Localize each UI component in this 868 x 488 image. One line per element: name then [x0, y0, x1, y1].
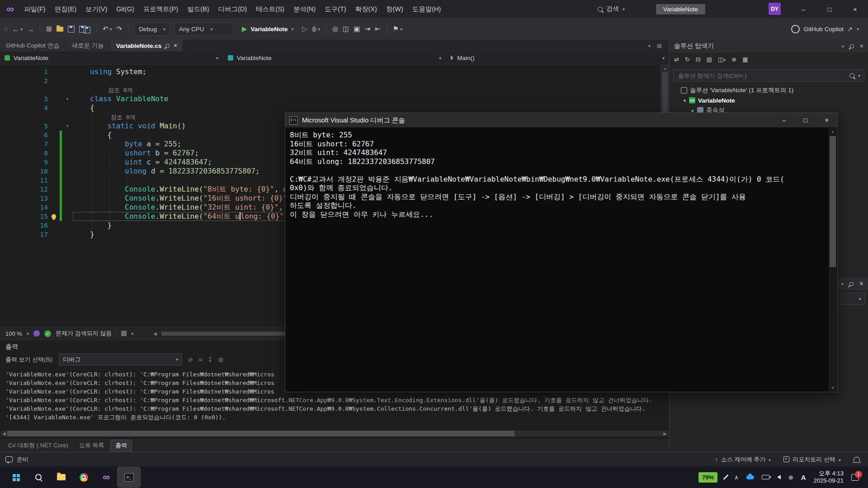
- open-file-icon[interactable]: [57, 27, 63, 32]
- network-icon[interactable]: ⊕: [788, 474, 793, 481]
- properties-icon[interactable]: ⊕: [731, 56, 736, 63]
- console-title-bar[interactable]: C:\ Microsoft Visual Studio 디버그 콘솔 – □ ×: [285, 113, 837, 127]
- code-row[interactable]: 2: [0, 76, 669, 85]
- outdent-icon[interactable]: ⇤: [375, 25, 381, 33]
- menu-item[interactable]: 보기(V): [81, 0, 112, 18]
- new-view-icon[interactable]: ◫▾: [718, 56, 726, 63]
- feedback-icon[interactable]: [5, 456, 13, 462]
- maximize-button[interactable]: □: [816, 0, 842, 18]
- menu-item[interactable]: 분석(N): [289, 0, 320, 18]
- taskbar-search-icon[interactable]: [27, 467, 50, 487]
- ime-indicator[interactable]: A: [801, 474, 806, 481]
- debug-console-window[interactable]: C:\ Microsoft Visual Studio 디버그 콘솔 – □ ×…: [285, 113, 838, 392]
- start-button[interactable]: [5, 467, 27, 487]
- menu-item[interactable]: 확장(X): [351, 0, 382, 18]
- tree-item[interactable]: ▾C#VariableNote: [670, 95, 868, 105]
- user-avatar[interactable]: DY: [769, 3, 781, 15]
- codelens-references[interactable]: 참조 0개: [90, 114, 136, 121]
- notification-center-icon[interactable]: 1: [851, 474, 859, 481]
- console-app-taskbar-icon[interactable]: >_: [118, 467, 140, 487]
- scroll-down-icon[interactable]: ▾: [829, 384, 837, 391]
- clear-all-icon[interactable]: ⊘: [188, 356, 193, 363]
- code-row[interactable]: 1using System;: [0, 67, 669, 76]
- panel-tab[interactable]: 오류 목록: [75, 440, 109, 451]
- code-row[interactable]: 4{: [0, 103, 669, 113]
- scroll-left-icon[interactable]: ◀: [153, 331, 157, 336]
- minimize-button[interactable]: –: [791, 0, 816, 18]
- console-close-button[interactable]: ×: [816, 113, 837, 127]
- document-tab[interactable]: 새로운 기능: [66, 40, 110, 52]
- hot-reload-icon[interactable]: ▾: [312, 26, 320, 32]
- word-wrap-icon[interactable]: ≡: [198, 356, 202, 363]
- chevron-down-icon[interactable]: ▾: [842, 44, 844, 49]
- indent-icon[interactable]: ⇥: [364, 25, 370, 33]
- lightbulb-icon[interactable]: [52, 214, 56, 219]
- toggle-output-icon[interactable]: ⊞: [218, 356, 224, 363]
- document-tab[interactable]: VariableNote.cs×: [110, 40, 184, 52]
- chevron-down-icon[interactable]: ▾: [131, 331, 133, 336]
- console-maximize-button[interactable]: □: [795, 113, 816, 127]
- breadcrumb-member[interactable]: Main() ▾: [446, 52, 669, 64]
- close-button[interactable]: ×: [842, 0, 868, 18]
- close-icon[interactable]: ×: [859, 280, 863, 288]
- refresh-icon[interactable]: ↻: [685, 56, 690, 63]
- onedrive-cloud-icon[interactable]: [746, 475, 754, 479]
- tab-settings-icon[interactable]: ⊞: [657, 42, 662, 49]
- document-list-dropdown-icon[interactable]: ▾: [648, 43, 651, 48]
- file-explorer-icon[interactable]: [50, 467, 72, 487]
- solution-explorer-search-input[interactable]: [677, 72, 846, 80]
- scroll-up-icon[interactable]: ▴: [829, 128, 837, 135]
- console-minimize-button[interactable]: –: [774, 113, 795, 127]
- show-all-files-icon[interactable]: ▤: [707, 56, 712, 63]
- preview-icon[interactable]: ▣: [354, 25, 360, 33]
- scroll-left-icon[interactable]: ◀: [1, 432, 7, 436]
- chrome-icon[interactable]: [72, 467, 95, 487]
- collapse-all-icon[interactable]: ⊟: [696, 56, 701, 63]
- document-tab[interactable]: GitHub Copilot 연습: [0, 40, 66, 52]
- fold-icon[interactable]: ▾: [62, 94, 73, 103]
- scrollbar-thumb[interactable]: [830, 136, 836, 267]
- split-window-icon[interactable]: ◫: [343, 25, 349, 33]
- redo-icon[interactable]: ↷: [117, 25, 123, 33]
- breadcrumb-project[interactable]: VariableNote ▾: [0, 52, 223, 64]
- sync-with-active-document-icon[interactable]: ⇄: [674, 56, 679, 63]
- add-to-source-control-button[interactable]: ↑ 소스 제어에 추가 ▴: [715, 455, 771, 464]
- menu-item[interactable]: 테스트(S): [251, 0, 289, 18]
- tree-item[interactable]: 솔루션 'VariableNote' (1 프로젝트의 1): [670, 85, 868, 95]
- start-without-debugging-icon[interactable]: ▷: [302, 25, 307, 33]
- hidden-icons-chevron[interactable]: ∧: [734, 474, 739, 481]
- console-output[interactable]: 8비트 byte: 25516비트 ushort: 6276732비트 uint…: [290, 131, 825, 390]
- scroll-lock-icon[interactable]: ↧: [208, 356, 213, 363]
- scroll-right-icon[interactable]: ▶: [662, 432, 668, 436]
- navigate-forward-icon[interactable]: →: [27, 25, 34, 33]
- output-horizontal-scrollbar[interactable]: ◀ ▶: [1, 431, 668, 436]
- menu-item[interactable]: 빌드(B): [183, 0, 213, 18]
- collapsed-chevron-icon[interactable]: ▸: [689, 108, 696, 113]
- chevron-down-icon[interactable]: ▾: [841, 282, 844, 286]
- codelens-references[interactable]: 참조 0개: [90, 87, 133, 94]
- code-cleanup-icon[interactable]: [121, 331, 127, 336]
- bookmark-icon[interactable]: ⚑▾: [393, 25, 402, 33]
- notifications-bell-icon[interactable]: [854, 457, 860, 462]
- health-status[interactable]: 문제가 검색되지 않음: [56, 329, 112, 338]
- pen-icon[interactable]: [723, 474, 729, 480]
- battery-percentage-badge[interactable]: 79%: [698, 472, 717, 483]
- output-source-dropdown[interactable]: 디버그▾: [59, 353, 182, 366]
- undo-icon[interactable]: ↶▾: [103, 25, 112, 33]
- breadcrumb-type[interactable]: VariableNote ▾: [223, 52, 447, 64]
- pin-icon[interactable]: [849, 281, 854, 287]
- search-control[interactable]: 검색 ▾: [598, 5, 625, 13]
- menu-item[interactable]: 파일(F): [19, 0, 50, 18]
- menu-item[interactable]: 프로젝트(P): [139, 0, 183, 18]
- close-icon[interactable]: ×: [860, 42, 863, 50]
- save-all-icon[interactable]: [79, 25, 90, 33]
- zoom-level[interactable]: 100 %: [5, 330, 22, 337]
- navigate-backward-icon[interactable]: ←▾: [12, 25, 23, 33]
- pin-icon[interactable]: [849, 43, 855, 49]
- scroll-up-icon[interactable]: ▴: [661, 65, 669, 72]
- scrollbar-thumb[interactable]: [7, 431, 514, 436]
- pin-icon[interactable]: [165, 43, 171, 49]
- volume-icon[interactable]: [777, 475, 781, 479]
- open-external-icon[interactable]: ↗: [848, 25, 853, 33]
- switch-views-icon[interactable]: ▦: [742, 56, 748, 63]
